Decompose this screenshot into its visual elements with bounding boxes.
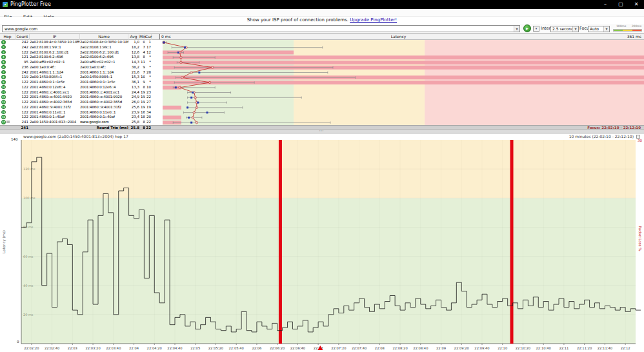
name-cell: 2001:4860:0:11e0::1 [80, 110, 128, 115]
interval-select[interactable]: 2.5 seconds ▾ [550, 26, 579, 32]
hop-number-badge: 15 [1, 110, 6, 115]
title-bar: PingPlotter Free – ▢ ✕ [0, 0, 644, 9]
min-cell: 18 [139, 115, 145, 120]
avg-cell: 12,6 [127, 50, 139, 55]
svg-text:22:06: 22:06 [252, 346, 261, 350]
chevron-down-icon[interactable]: ▾ [514, 26, 519, 32]
hop-cell: 16 [0, 115, 15, 120]
col-min[interactable]: Min [139, 34, 145, 40]
table-row[interactable]: 111222001:4860::c:4001:ec12001:4860::c:4… [0, 90, 644, 95]
hop-cell: 12 [0, 95, 15, 100]
svg-text:22:05: 22:05 [190, 346, 200, 350]
trace-rows: 12422a02:8108:4c:0:3850:10:18ff:fe35:d74… [0, 40, 644, 125]
svg-text:22:10: 22:10 [498, 346, 507, 350]
maximize-icon[interactable]: ▢ [613, 0, 629, 9]
ip-cell: 2001:4860:0:11e0::1 [30, 110, 80, 115]
svg-text:22:09: 22:09 [436, 346, 446, 350]
hop-number-badge: 9 [1, 80, 6, 84]
svg-text:60 ms: 60 ms [23, 255, 34, 259]
timeline-panel: www.google.com (2a00:1450:4001:813::2004… [0, 133, 644, 352]
svg-text:22:06:40: 22:06:40 [290, 346, 305, 350]
latency-scale-max: 361 ms [627, 34, 641, 39]
target-input[interactable]: www.google.com ▾ [2, 25, 520, 32]
name-cell: 2a00:1a0:0:4f:: [80, 65, 128, 70]
avg-cell: 24,4 [127, 90, 139, 95]
cur-cell: 10 [145, 85, 151, 90]
ip-cell: 2001:4860:0:1::40af [30, 115, 80, 120]
table-row[interactable]: 62362a00:1a0:0:4f::2a00:1a0:0:4f::38,29* [0, 65, 644, 70]
notice-bar: Show your ISP proof of connection proble… [0, 17, 644, 24]
col-avg[interactable]: Avg [128, 34, 139, 40]
cur-cell: 12 [145, 50, 151, 55]
close-icon[interactable]: ✕ [629, 0, 644, 9]
table-row[interactable]: 72422001:4860:1:1::1d42001:4860:1:1::1d4… [0, 70, 644, 75]
table-row[interactable]: 121222001:4860::c:4001:99202001:4860::c:… [0, 95, 644, 100]
col-cur[interactable]: Cur [145, 34, 152, 40]
ip-cell: 2001:4860:0:12e6::4 [30, 85, 80, 90]
table-row[interactable]: 151222001:4860:0:11e0::12001:4860:0:11e0… [0, 110, 644, 115]
table-row[interactable]: 31222a02:8100:6:2::100:d12a02:8100:6:2::… [0, 50, 644, 55]
svg-text:22:04:20: 22:04:20 [147, 346, 162, 350]
svg-text:22:03:40: 22:03:40 [106, 346, 121, 350]
start-trace-button[interactable]: ▶ [523, 24, 531, 32]
panel-splitter[interactable]: ⋯ [0, 129, 644, 133]
minimize-icon[interactable]: – [598, 0, 613, 9]
avg-cell: 13,8 [127, 55, 139, 60]
target-value: www.google.com [5, 26, 37, 31]
col-count[interactable]: Count [15, 34, 30, 40]
svg-text:100 ms: 100 ms [23, 196, 35, 200]
chevron-down-icon[interactable]: ▾ [572, 26, 578, 32]
focus-select[interactable]: Auto ▾ [588, 26, 610, 32]
count-cell: 122 [15, 85, 28, 90]
count-cell: 122 [15, 95, 28, 100]
upgrade-link[interactable]: Upgrade PingPlotter! [350, 17, 397, 23]
table-row[interactable]: 81192a00:1450:8084::12a00:1450:8084::115… [0, 75, 644, 80]
trace-options-dropdown[interactable]: ▾ [533, 26, 539, 32]
svg-text:22:07:40: 22:07:40 [352, 346, 367, 350]
table-row[interactable]: 41212a02:8100:6:2::6962a02:8100:6:2::696… [0, 55, 644, 60]
svg-text:120 ms: 120 ms [23, 167, 35, 171]
table-row[interactable]: 131222001:4860::c:4002:365d2001:4860::c:… [0, 100, 644, 105]
table-row[interactable]: 91222001:4860:0:1::1c5c2001:4860:0:1::1c… [0, 80, 644, 85]
hop-number-badge: 7 [1, 70, 6, 75]
hop-number-badge: 14 [1, 105, 6, 110]
svg-text:22:08:40: 22:08:40 [413, 346, 428, 350]
svg-text:22:02:20: 22:02:20 [24, 346, 39, 350]
table-row[interactable]: 172412a00:1450:4001:813::2004www.google.… [0, 120, 644, 125]
table-row[interactable]: 101222001:4860:0:12e6::42001:4860:0:12e6… [0, 85, 644, 90]
ip-cell: 2a00:1450:4001:813::2004 [30, 120, 80, 125]
hop-cell: 2 [0, 45, 15, 50]
name-cell: 2a00:1450:8084::1 [80, 75, 128, 80]
table-row[interactable]: 22422a02:8108:1:99::12a02:8108:1:99::118… [0, 45, 644, 50]
col-hop[interactable]: Hop [0, 34, 15, 40]
cur-cell: 1 [145, 40, 151, 45]
name-cell: 2001:4860:1:1::1d4 [80, 70, 128, 75]
latency-scale-zero: 0 ms [159, 34, 171, 39]
svg-text:22:09:40: 22:09:40 [474, 346, 489, 350]
chevron-down-icon[interactable]: ▾ [603, 26, 609, 32]
avg-cell: 38,2 [127, 65, 139, 70]
col-ip[interactable]: IP [30, 34, 80, 40]
focus-value: Auto [590, 26, 599, 31]
hop-cell: 6 [0, 65, 15, 70]
count-cell: 122 [15, 50, 28, 55]
table-row[interactable]: 12422a02:8108:4c:0:3850:10:18ff:fe35:d74… [0, 40, 644, 45]
table-row[interactable]: 5952a00:aff0:c02:c02::12a00:aff0:c02:c02… [0, 60, 644, 65]
name-cell: 2a02:8108:1:99::1 [80, 45, 128, 50]
table-row[interactable]: 161222001:4860:0:1::40af2001:4860:0:1::4… [0, 115, 644, 120]
col-name[interactable]: Name [80, 34, 128, 40]
ip-cell: 2a02:8100:6:2::696 [30, 55, 80, 60]
timeline-graph[interactable]: 20 ms40 ms60 ms80 ms100 ms120 ms22:02:20… [0, 133, 644, 352]
name-cell: www.google.com [80, 120, 128, 125]
min-cell: 9 [139, 65, 145, 70]
min-cell: 8 [139, 85, 145, 90]
hop-number-badge: 11 [1, 90, 6, 95]
latency-header-label: Latency [391, 34, 407, 39]
hop-number-badge: 16 [1, 115, 6, 119]
ip-cell: 2001:4860::9:4001:31f2 [30, 105, 80, 110]
ip-cell: 2001:4860:0:1::1c5c [30, 80, 80, 85]
count-cell: 122 [15, 105, 28, 110]
min-cell: 7 [139, 45, 145, 50]
table-row[interactable]: 141222001:4860::9:4001:31f22001:4860::9:… [0, 105, 644, 110]
ip-cell: 2001:4860::c:4001:ec1 [30, 90, 80, 95]
